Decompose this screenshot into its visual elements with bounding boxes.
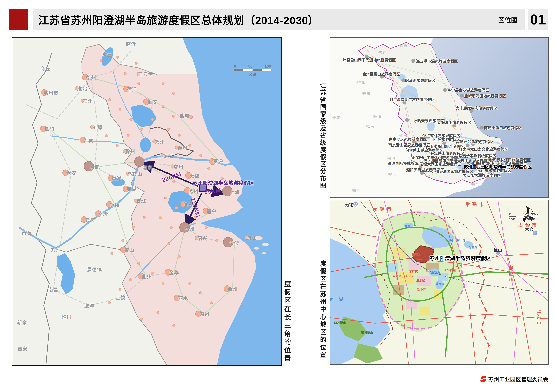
resort-label: 骆马湖旅游度假区: [405, 78, 435, 83]
place-dot-icon: [401, 78, 405, 82]
place-label: 工业园区: [444, 268, 456, 272]
resort-name-label: 苏州阳澄湖半岛旅游度假区: [192, 179, 254, 186]
resort-label: 南京珍珠泉旅游度假区: [389, 136, 427, 142]
place-dot-icon: [137, 82, 140, 85]
background-city-label: 宣州: [353, 187, 361, 192]
city-label: 舟山: [247, 234, 257, 241]
place-label: 漕湖: [404, 224, 410, 228]
map-yangtze-delta-location: 临沂枣庄商丘徐州连云港淮北亳州市宿迁宿州淮安盐城阜阳蚌埠淮南滁州扬州泰州镇江南京…: [12, 37, 282, 366]
city-label: 衢州: [142, 273, 152, 280]
city-label: 宣城: [136, 198, 146, 204]
place-dot-icon: [161, 82, 165, 85]
city-label: 黄山: [124, 246, 134, 253]
background-city-label: 巢湖: [388, 156, 396, 161]
city-label: 芜湖: [127, 185, 137, 192]
scale-tick: 5000: [532, 212, 538, 215]
city-label: 镇江: [163, 152, 173, 159]
city-label: 宁波: [229, 239, 239, 246]
background-city-label: 临沂: [400, 43, 408, 48]
city-label: 景德镇: [87, 266, 102, 272]
city-label: 南京: [142, 164, 153, 171]
place-dot-icon: [189, 144, 191, 147]
city-label: 巢湖: [112, 175, 122, 181]
place-label: 金鸡湖: [431, 270, 440, 274]
place-dot-icon: [129, 118, 132, 121]
city-label: 吉安: [18, 345, 28, 352]
background-city-label: 枣庄: [379, 50, 387, 55]
city-label: 绍兴: [197, 235, 207, 241]
place-dot-icon: [140, 128, 143, 131]
place-dot-icon: [207, 167, 210, 170]
place-dot-icon: [108, 98, 111, 101]
background-city-label: 铜陵: [389, 172, 397, 177]
place-dot-icon: [189, 282, 191, 285]
place-dot-icon: [172, 92, 175, 95]
city-label: 合肥: [90, 164, 100, 170]
city-label: 临川: [62, 314, 72, 320]
scale-tick: 0: [234, 64, 236, 68]
scale-tick: 10000m: [527, 218, 538, 221]
left-map-scale-bar: 0 50 100 公里: [234, 64, 271, 77]
place-dot-icon: [108, 301, 111, 304]
city-label: 鹰潭: [84, 302, 94, 309]
resort-label: 南京汤山温泉旅游度假区: [388, 142, 430, 147]
header-accent-block: [9, 9, 28, 30]
place-dot-icon: [161, 282, 165, 285]
place-label: 昆山市: [507, 265, 514, 283]
place-dot-icon: [135, 62, 138, 65]
city-label: 南昌: [48, 286, 58, 293]
place-dot-icon: [411, 59, 415, 63]
scale-tick: 1000: [509, 218, 516, 221]
place-label: 沧浪区: [416, 278, 425, 282]
city-label: 宿迁: [127, 86, 137, 93]
city-label: 九江: [51, 246, 61, 252]
rt-map-resort-labels: 沛县微山湖千岛湿地旅游度假区连云港市温泉旅游度假区徐州吕梁山旅游度假区骆马湖旅游…: [330, 38, 548, 197]
city-label: 蚌埠: [93, 123, 103, 130]
scale-unit: 公里: [234, 72, 271, 77]
map-jiangsu-resort-distribution: 临沂枣庄淮北宿州蚌埠阜阳淮南滁州巢湖铜陵宣州嘉兴杭 州 湾 沛县微山湖千岛湿地旅…: [330, 37, 549, 198]
place-label: 平江区: [409, 269, 418, 274]
place-label: 相城区: [412, 252, 421, 256]
city-label: 无锡: [190, 172, 199, 179]
place-dot-icon: [132, 226, 135, 229]
city-label: 马鞍山: [127, 170, 142, 177]
place-dot-icon: [205, 226, 208, 229]
place-dot-icon: [405, 118, 409, 122]
city-label: 上饶: [116, 294, 126, 301]
page-number: 01: [528, 9, 548, 30]
place-dot-icon: [170, 226, 173, 229]
background-city-label: 杭 州 湾: [476, 190, 490, 195]
city-label: 商丘: [40, 65, 50, 72]
place-dot-icon: [199, 292, 202, 294]
city-label: 温州: [199, 310, 209, 317]
place-label: 上海市: [535, 308, 542, 326]
place-dot-icon: [143, 216, 146, 219]
city-label: 淮安: [147, 98, 158, 105]
resort-label: 阜宁县金沙湖旅游度假区: [447, 87, 489, 93]
resort-label: 大丰麋鹿生态旅游度假区: [456, 105, 497, 111]
place-dot-icon: [164, 197, 167, 200]
resort-label: 南通小洋口旅游度假区: [484, 125, 522, 130]
place-dot-icon: [172, 324, 175, 327]
caption-right-bottom-map: 度假区在苏州中心城区的位置: [318, 260, 327, 359]
city-label: 金华: [169, 269, 179, 276]
scale-tick: 0: [509, 212, 511, 215]
place-dot-icon: [199, 154, 202, 157]
footer-org-name: 苏州工业园区管理委员会: [488, 375, 548, 383]
place-dot-icon: [460, 94, 464, 98]
city-label: 新余: [17, 319, 27, 326]
rb-map-scale-bar: 0 5000 1000 10000m: [509, 212, 538, 221]
caption-left-map: 度假区在长三角的位置: [282, 280, 292, 363]
place-label: 常熟市: [465, 200, 486, 207]
scale-tick: 50: [248, 64, 253, 68]
place-label: 昆山: [494, 247, 502, 253]
place-dot-icon: [172, 180, 175, 183]
city-label: 六安: [66, 169, 76, 176]
place-dot-icon: [161, 105, 165, 108]
map-suzhou-central-city: 无锡市常熟市太仓市昆山市上海市无锡太仓昆山阳 澄 湖傀儡湖漕湖金鸡湖独墅湖太 湖…: [330, 200, 549, 365]
background-city-label: 淮北: [358, 80, 365, 85]
city-label: 宿州: [83, 97, 93, 104]
place-dot-icon: [105, 134, 108, 137]
background-city-label: 宿州: [363, 91, 371, 96]
place-dot-icon: [116, 56, 119, 59]
